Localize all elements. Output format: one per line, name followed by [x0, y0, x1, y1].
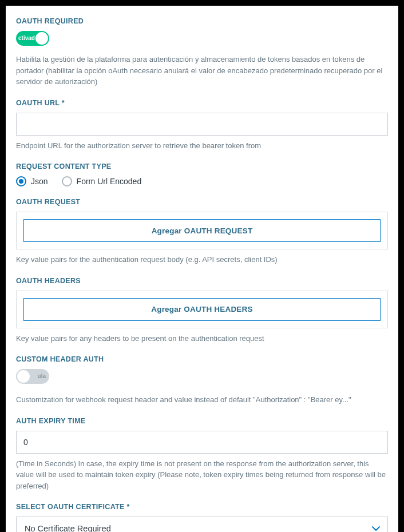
oauth-headers-label: OAUTH HEADERS: [16, 277, 388, 285]
toggle-knob-off: [17, 370, 30, 383]
radio-form-label: Form Url Encoded: [77, 177, 142, 186]
request-content-type-section: REQUEST CONTENT TYPE Json Form Url Encod…: [16, 162, 388, 186]
radio-json-label: Json: [31, 177, 48, 186]
radio-form[interactable]: Form Url Encoded: [62, 176, 142, 186]
radio-json[interactable]: Json: [16, 176, 48, 186]
toggle-on-text: ctivad: [18, 31, 35, 46]
oauth-required-section: OAUTH REQUIRED ctivad Habilita la gestió…: [16, 17, 388, 88]
auth-expiry-input[interactable]: [16, 431, 388, 454]
oauth-cert-label: SELECT OAUTH CERTIFICATE *: [16, 503, 388, 511]
oauth-headers-section: OAUTH HEADERS Agregar OAUTH HEADERS Key …: [16, 277, 388, 344]
oauth-headers-help: Key value pairs for any headers to be pr…: [16, 333, 388, 344]
request-content-type-label: REQUEST CONTENT TYPE: [16, 162, 388, 170]
oauth-headers-box: Agregar OAUTH HEADERS: [16, 291, 388, 328]
toggle-off-text: ula: [38, 369, 46, 384]
chevron-down-icon: [372, 526, 380, 531]
add-oauth-headers-button[interactable]: Agregar OAUTH HEADERS: [23, 298, 381, 321]
oauth-url-label: OAUTH URL *: [16, 99, 388, 107]
custom-header-auth-toggle[interactable]: ula: [16, 369, 49, 384]
settings-panel: OAUTH REQUIRED ctivad Habilita la gestió…: [6, 6, 398, 532]
custom-header-auth-help: Customization for webhook request header…: [16, 394, 388, 406]
oauth-request-section: OAUTH REQUEST Agregar OAUTH REQUEST Key …: [16, 198, 388, 265]
oauth-url-section: OAUTH URL * Endpoint URL for the authori…: [16, 99, 388, 152]
radio-circle-form: [62, 176, 72, 186]
oauth-url-help: Endpoint URL for the authorization serve…: [16, 140, 388, 152]
toggle-knob: [35, 32, 48, 45]
auth-expiry-label: AUTH EXPIRY TIME: [16, 417, 388, 425]
radio-circle-json: [16, 176, 26, 186]
radio-dot: [19, 179, 23, 184]
oauth-request-box: Agregar OAUTH REQUEST: [16, 212, 388, 249]
oauth-url-input[interactable]: [16, 113, 388, 136]
oauth-required-label: OAUTH REQUIRED: [16, 17, 388, 25]
auth-expiry-section: AUTH EXPIRY TIME (Time in Seconds) In ca…: [16, 417, 388, 492]
custom-header-auth-section: CUSTOM HEADER AUTH ula Customization for…: [16, 355, 388, 406]
auth-expiry-help: (Time in Seconds) In case, the expiry ti…: [16, 458, 388, 492]
oauth-required-toggle[interactable]: ctivad: [16, 31, 49, 46]
content-type-radio-group: Json Form Url Encoded: [16, 176, 388, 186]
add-oauth-request-button[interactable]: Agregar OAUTH REQUEST: [23, 219, 381, 242]
oauth-request-label: OAUTH REQUEST: [16, 198, 388, 206]
oauth-request-help: Key value pairs for the authentication r…: [16, 254, 388, 265]
oauth-required-help: Habilita la gestión de la plataforma par…: [16, 54, 388, 88]
custom-header-auth-label: CUSTOM HEADER AUTH: [16, 355, 388, 363]
oauth-cert-selected: No Certificate Required: [25, 524, 111, 532]
oauth-cert-section: SELECT OAUTH CERTIFICATE * No Certificat…: [16, 503, 388, 532]
oauth-cert-select[interactable]: No Certificate Required: [16, 517, 388, 532]
oauth-cert-select-wrap: No Certificate Required: [16, 517, 388, 532]
